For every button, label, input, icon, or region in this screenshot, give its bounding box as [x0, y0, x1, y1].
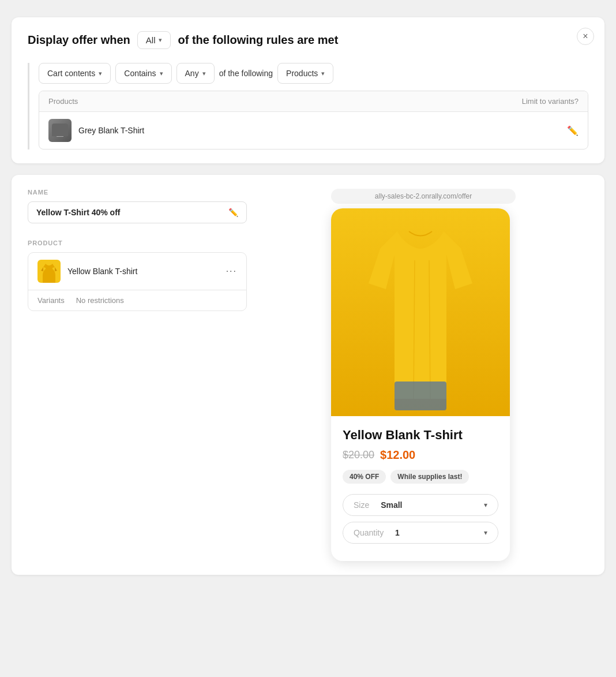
grey-tshirt-name: Grey Blank T-Shirt: [78, 126, 144, 135]
products-col-header: Products: [48, 97, 78, 106]
any-dropdown[interactable]: Any ▾: [176, 63, 215, 84]
quantity-value: 1: [395, 528, 400, 537]
new-price: $12.00: [380, 448, 415, 462]
variants-row: Variants No restrictions: [28, 290, 246, 311]
edit-icon[interactable]: ✏️: [567, 125, 579, 136]
product-card: Yellow Blank T-shirt ··· Variants No res…: [28, 252, 247, 311]
preview-content: Yellow Blank T-shirt $20.00 $12.00 40% O…: [331, 416, 510, 561]
offer-left-panel: NAME Yellow T-Shirt 40% off ✏️ PRODUCT Y…: [28, 189, 247, 561]
chevron-down-icon: ▾: [484, 501, 487, 509]
supplies-badge: While supplies last!: [390, 470, 469, 484]
offer-right-panel: ally-sales-bc-2.onrally.com/offer: [247, 189, 588, 561]
close-icon: ×: [583, 31, 588, 42]
cart-contents-dropdown[interactable]: Cart contents ▾: [39, 63, 111, 84]
chevron-down-icon: ▾: [99, 70, 102, 77]
product-card-row: Yellow Blank T-shirt ···: [28, 253, 246, 290]
display-offer-suffix: of the following rules are met: [178, 33, 338, 47]
products-table-header: Products Limit to variants?: [39, 91, 588, 112]
variants-value: No restrictions: [76, 296, 124, 305]
cart-contents-label: Cart contents: [47, 69, 95, 78]
name-section-label: NAME: [28, 189, 247, 196]
offer-section: NAME Yellow T-Shirt 40% off ✏️ PRODUCT Y…: [12, 175, 604, 575]
url-bar: ally-sales-bc-2.onrally.com/offer: [331, 189, 516, 204]
edit-name-icon[interactable]: ✏️: [228, 208, 238, 217]
any-label: Any: [185, 69, 199, 78]
chevron-down-icon: ▾: [202, 70, 206, 77]
preview-product-image: [331, 208, 510, 416]
condition-row: Cart contents ▾ Contains ▾ Any ▾ of the …: [39, 63, 588, 84]
yellow-tshirt-name: Yellow Blank T-shirt: [67, 267, 137, 276]
chevron-down-icon: ▾: [321, 70, 325, 77]
display-offer-prefix: Display offer when: [28, 33, 130, 47]
all-dropdown[interactable]: All ▾: [137, 31, 171, 49]
of-the-following-text: of the following: [219, 69, 273, 78]
rule-header: Display offer when All ▾ of the followin…: [28, 31, 588, 49]
limit-variants-col-header: Limit to variants?: [522, 97, 579, 106]
table-row: Grey Blank T-Shirt ✏️: [39, 112, 588, 149]
grey-tshirt-thumbnail: [48, 119, 72, 142]
products-table: Products Limit to variants? Grey Blank T…: [39, 91, 588, 149]
contains-dropdown[interactable]: Contains ▾: [115, 63, 171, 84]
products-dropdown[interactable]: Products ▾: [277, 63, 333, 84]
close-button[interactable]: ×: [577, 28, 594, 45]
preview-card: Yellow Blank T-shirt $20.00 $12.00 40% O…: [331, 208, 510, 561]
all-dropdown-label: All: [146, 35, 156, 45]
quantity-label: Quantity: [354, 528, 384, 537]
price-row: $20.00 $12.00: [343, 448, 498, 462]
discount-badge: 40% OFF: [343, 470, 386, 484]
preview-wrapper: ally-sales-bc-2.onrally.com/offer: [331, 189, 516, 561]
size-value: Small: [381, 500, 402, 510]
contains-label: Contains: [124, 69, 156, 78]
variants-label: Variants: [37, 296, 65, 305]
preview-product-name: Yellow Blank T-shirt: [343, 428, 498, 443]
size-label: Size: [354, 500, 369, 510]
products-dropdown-label: Products: [286, 69, 318, 78]
more-options-icon[interactable]: ···: [226, 266, 237, 276]
svg-rect-2: [395, 381, 446, 410]
yellow-tshirt-thumbnail: [37, 260, 61, 283]
condition-container: Cart contents ▾ Contains ▾ Any ▾ of the …: [28, 63, 588, 149]
offer-name-value: Yellow T-Shirt 40% off: [36, 208, 120, 217]
size-selector[interactable]: Size Small ▾: [343, 494, 498, 516]
rule-section: Display offer when All ▾ of the followin…: [12, 17, 604, 163]
old-price: $20.00: [343, 449, 374, 461]
chevron-down-icon: ▾: [484, 529, 487, 537]
badge-row: 40% OFF While supplies last!: [343, 470, 498, 484]
product-section-label: PRODUCT: [28, 240, 247, 246]
chevron-down-icon: ▾: [159, 36, 162, 44]
chevron-down-icon: ▾: [160, 70, 163, 77]
quantity-selector[interactable]: Quantity 1 ▾: [343, 522, 498, 544]
offer-name-field[interactable]: Yellow T-Shirt 40% off ✏️: [28, 201, 247, 223]
